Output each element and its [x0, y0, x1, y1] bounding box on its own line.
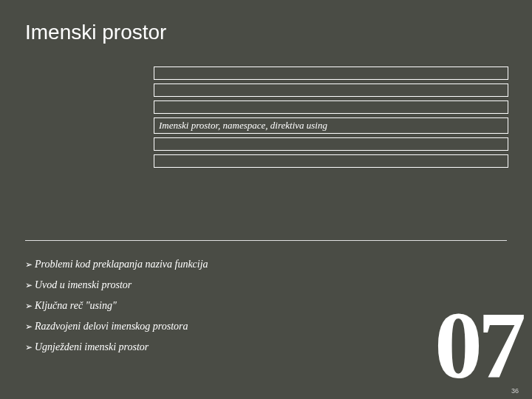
page-title: Imenski prostor	[25, 21, 166, 44]
box-row	[154, 100, 508, 114]
list-item: ➢ Razdvojeni delovi imenskog prostora	[25, 321, 208, 332]
bullet-text: Problemi kod preklapanja naziva funkcija	[35, 259, 208, 270]
bullet-arrow-icon: ➢	[25, 280, 33, 290]
bullet-text: Ključna reč "using"	[35, 300, 117, 312]
list-item: ➢ Ključna reč "using"	[25, 300, 208, 312]
box-row	[154, 83, 508, 97]
bullet-text: Uvod u imenski prostor	[35, 279, 132, 291]
bullet-list: ➢ Problemi kod preklapanja naziva funkci…	[25, 259, 208, 362]
box-row	[154, 66, 508, 80]
bullet-arrow-icon: ➢	[25, 321, 33, 332]
box-row	[154, 154, 508, 168]
bullet-text: Razdvojeni delovi imenskog prostora	[35, 321, 188, 332]
list-item: ➢ Ugnježdeni imenski prostor	[25, 341, 208, 353]
box-stack: Imenski prostor, namespace, direktiva us…	[154, 66, 508, 171]
bullet-text: Ugnježdeni imenski prostor	[35, 341, 149, 353]
page-number: 36	[511, 387, 519, 395]
list-item: ➢ Problemi kod preklapanja naziva funkci…	[25, 259, 208, 270]
bullet-arrow-icon: ➢	[25, 259, 33, 270]
chapter-number: 07	[434, 302, 522, 389]
divider	[25, 240, 507, 241]
subtitle-text: Imenski prostor, namespace, direktiva us…	[159, 120, 327, 132]
list-item: ➢ Uvod u imenski prostor	[25, 279, 208, 291]
bullet-arrow-icon: ➢	[25, 342, 33, 352]
subtitle-box: Imenski prostor, namespace, direktiva us…	[154, 117, 508, 134]
box-row	[154, 137, 508, 151]
slide: Imenski prostor Imenski prostor, namespa…	[0, 0, 532, 399]
bullet-arrow-icon: ➢	[25, 301, 33, 311]
